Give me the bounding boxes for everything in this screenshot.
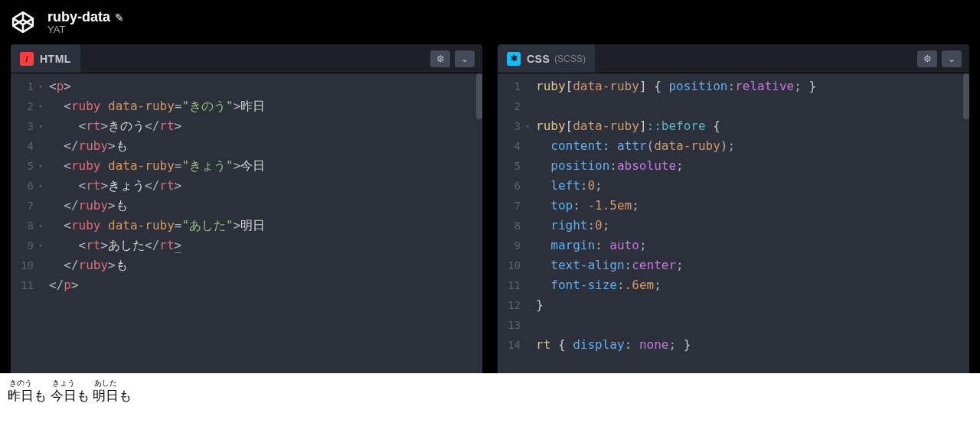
html-scrollbar[interactable] [476,73,482,119]
line-number: 6▾ [15,176,49,196]
code-content: <p> [49,76,71,96]
code-line[interactable]: 6▾ <rt>きょう</rt> [15,176,482,196]
css-lang-sublabel: (SCSS) [554,54,586,64]
code-line[interactable]: 3▾ <rt>きのう</rt> [15,116,482,136]
code-line[interactable]: 5 position:absolute; [502,156,969,176]
css-dropdown-button[interactable]: ⌄ [942,50,962,67]
pen-title[interactable]: ruby-data [47,9,110,25]
code-line[interactable]: 11</p> [15,275,482,295]
line-number: 13 [502,315,536,335]
html-editor[interactable]: 1▾<p>2▾ <ruby data-ruby="きのう">昨日3▾ <rt>き… [11,73,482,373]
line-number: 9▾ [15,236,49,255]
code-content: } [536,295,544,315]
chevron-down-icon: ⌄ [461,54,469,64]
css-lang-label: CSS [527,53,550,65]
code-content: margin: auto; [536,236,647,255]
code-content: </p> [49,275,79,295]
line-number: 8 [502,216,536,236]
css-panel: ✱ CSS (SCSS) ⚙ ⌄ 1ruby[data-ruby] { posi… [498,44,969,373]
code-content: position:absolute; [536,156,684,176]
code-content: rt { display: none; } [536,335,691,355]
gear-icon: ⚙ [436,54,445,64]
code-line[interactable]: 2▾ <ruby data-ruby="きのう">昨日 [15,96,482,116]
html-lang-label: HTML [40,53,71,65]
code-line[interactable]: 11 font-size:.6em; [502,275,969,295]
code-content: <rt>きのう</rt> [49,116,181,136]
code-line[interactable]: 14rt { display: none; } [502,335,969,355]
line-number: 3▾ [502,116,536,136]
chevron-down-icon: ⌄ [948,54,956,64]
code-line[interactable]: 6 left:0; [502,176,969,196]
code-content: <ruby data-ruby="あした">明日 [49,216,265,236]
code-line[interactable]: 12} [502,295,969,315]
line-number: 2 [502,96,536,116]
code-line[interactable]: 1▾<p> [15,76,482,96]
html-panel: / HTML ⚙ ⌄ 1▾<p>2▾ <ruby data-ruby="きのう"… [11,44,482,373]
line-number: 12 [502,295,536,315]
html-tab[interactable]: / HTML [11,44,80,73]
code-content: left:0; [536,176,603,196]
css-scrollbar[interactable] [963,73,969,119]
code-content: ruby[data-ruby] { position:relative; } [536,76,816,96]
code-line[interactable]: 8▾ <ruby data-ruby="あした">明日 [15,216,482,236]
codepen-logo-icon[interactable] [9,8,37,36]
code-line[interactable]: 10 </ruby>も [15,255,482,275]
line-number: 7 [15,196,49,216]
code-line[interactable]: 9▾ <rt>あした</rt> [15,236,482,255]
gear-icon: ⚙ [923,54,932,64]
line-number: 2▾ [15,96,49,116]
editor-panels: / HTML ⚙ ⌄ 1▾<p>2▾ <ruby data-ruby="きのう"… [0,44,980,373]
line-number: 11 [502,275,536,295]
html-settings-button[interactable]: ⚙ [430,50,450,67]
line-number: 3▾ [15,116,49,136]
code-line[interactable]: 10 text-align:center; [502,255,969,275]
code-line[interactable]: 4 </ruby>も [15,136,482,156]
line-number: 8▾ [15,216,49,236]
code-content: </ruby>も [49,196,128,216]
code-line[interactable]: 7 top: -1.5em; [502,196,969,216]
css-settings-button[interactable]: ⚙ [917,50,937,67]
line-number: 9 [502,236,536,255]
line-number: 1 [502,76,536,96]
code-line[interactable]: 5▾ <ruby data-ruby="きょう">今日 [15,156,482,176]
css-panel-header: ✱ CSS (SCSS) ⚙ ⌄ [498,44,969,73]
top-bar: ruby-data ✎ YAT [0,0,980,44]
line-number: 5▾ [15,156,49,176]
line-number: 4 [502,136,536,156]
css-editor[interactable]: 1ruby[data-ruby] { position:relative; }2… [498,73,969,373]
line-number: 10 [15,255,49,275]
edit-title-icon[interactable]: ✎ [115,11,124,24]
line-number: 11 [15,275,49,295]
code-line[interactable]: 9 margin: auto; [502,236,969,255]
code-content: </ruby>も [49,136,128,156]
pen-author[interactable]: YAT [47,24,124,35]
code-content: <rt>きょう</rt> [49,176,181,196]
css-lang-icon: ✱ [507,52,521,66]
code-line[interactable]: 7 </ruby>も [15,196,482,216]
code-content: <rt>あした</rt> [49,236,181,255]
code-line[interactable]: 3▾ruby[data-ruby]::before { [502,116,969,136]
code-content: content: attr(data-ruby); [536,136,735,156]
css-tab[interactable]: ✱ CSS (SCSS) [498,44,595,73]
code-line[interactable]: 13 [502,315,969,335]
line-number: 5 [502,156,536,176]
html-dropdown-button[interactable]: ⌄ [455,50,475,67]
code-line[interactable]: 1ruby[data-ruby] { position:relative; } [502,76,969,96]
line-number: 14 [502,335,536,355]
code-line[interactable]: 4 content: attr(data-ruby); [502,136,969,156]
output-text: 昨日きのうも 今日きょうも 明日あしたも [8,387,972,405]
ruby-word: 明日あした [93,389,119,403]
html-panel-header: / HTML ⚙ ⌄ [11,44,482,73]
code-content: font-size:.6em; [536,275,662,295]
code-line[interactable]: 8 right:0; [502,216,969,236]
html-lang-icon: / [20,52,34,66]
line-number: 4 [15,136,49,156]
code-line[interactable]: 2 [502,96,969,116]
ruby-word: 昨日きのう [8,389,34,403]
line-number: 10 [502,255,536,275]
code-content: top: -1.5em; [536,196,639,216]
line-number: 7 [502,196,536,216]
code-content: <ruby data-ruby="きのう">昨日 [49,96,265,116]
code-content: ruby[data-ruby]::before { [536,116,720,136]
code-content: right:0; [536,216,609,236]
